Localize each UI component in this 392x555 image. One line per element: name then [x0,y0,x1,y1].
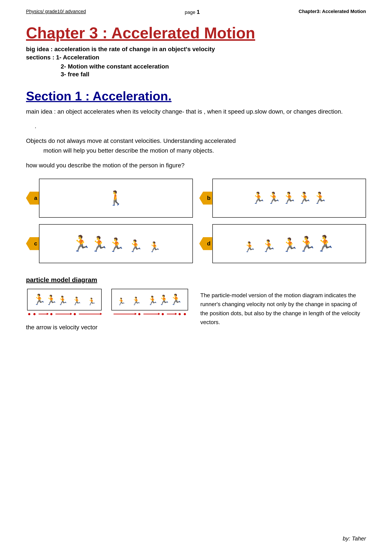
run-d2: 🏃 [261,239,276,253]
particle-row: 🏃 🏃 🏃 🏃 🏃 [26,289,366,331]
arrowhead2-medium [158,313,160,315]
section-1-inline: 1- Acceleration [56,54,99,61]
run-b5: 🏃 [313,191,327,205]
arrow2-long [114,314,135,314]
run-d5: 🏃 [315,234,335,253]
arrow2-short [167,314,175,314]
section1-title: Section 1 : Acceleration. [26,89,366,103]
header-page: page 1 [185,9,200,15]
pr1-1: 🏃 [33,293,46,306]
badge-d: d [199,237,212,250]
body-text-1-line1: Objects do not always move at constant v… [26,138,236,144]
figure-d: d 🏃 🏃 🏃 🏃 🏃 [199,224,366,263]
particle-box-1: 🏃 🏃 🏃 🏃 🏃 [27,289,102,310]
velocity-text: the arrow is velocity vector [26,324,192,331]
figure-a: a 🚶 [26,179,193,218]
run-b1: 🏃 [251,191,265,205]
particle-desc-text: The particle-model version of the motion… [200,292,360,326]
pr2-5: 🏃 [169,293,182,306]
particle-box-row: 🏃 🏃 🏃 🏃 🏃 [26,289,192,315]
runners-d: 🏃 🏃 🏃 🏃 🏃 [243,234,335,253]
particle-runners-1: 🏃 🏃 🏃 🏃 🏃 [33,293,96,306]
run-d1: 🏃 [243,241,256,253]
figure-box-a: 🚶 [39,179,193,218]
arrow-diagram-1 [26,313,103,315]
body-text-1: Objects do not always move at constant v… [26,136,366,156]
section-2: 2- Motion withe constant acceleration [61,63,366,70]
runners-c: 🏃 🏃 🏃 🏃 🏃 [71,234,160,253]
figure-box-b: 🏃 🏃 🏃 🏃 🏃 [212,179,366,218]
badge-b: b [199,192,212,205]
header-chapter-text: Chapter3: Accelerated Motion [299,9,366,14]
arrow1-long [79,314,101,314]
header-page-label: page [185,9,196,15]
dot1-3 [50,313,52,315]
runner-a: 🚶 [107,190,125,206]
figure-box-c: 🏃 🏃 🏃 🏃 🏃 [39,224,193,263]
arrowhead1-long [100,313,102,315]
pr2-4: 🏃 [158,294,170,306]
arrowhead1-short [47,313,49,315]
header-chapter: Chapter3: Accelerated Motion [299,9,366,14]
run-c2: 🏃 [90,235,108,253]
dot2-3 [179,313,181,315]
particle-runners-2: 🏃 🏃 🏃 🏃 🏃 [117,293,182,306]
header-page-num: 1 [197,9,200,15]
pr2-3: 🏃 [147,295,158,306]
figure-box-d: 🏃 🏃 🏃 🏃 🏃 [212,224,366,263]
chapter-title: Chapter 3 : Accelerated Motion [26,24,366,42]
figure-b: b 🏃 🏃 🏃 🏃 🏃 [199,179,366,218]
question-text: how would you describe the motion of the… [26,161,366,170]
section-3: 3- free fall [61,71,366,78]
body-text-1-line2: motion will help you better describe the… [43,147,214,154]
pr2-2: 🏃 [131,297,141,306]
pr1-2: 🏃 [45,294,57,306]
run-c4: 🏃 [128,239,143,253]
particle-col-1: 🏃 🏃 🏃 🏃 🏃 [26,289,103,315]
pr1-4: 🏃 [72,297,82,306]
run-b4: 🏃 [298,191,312,205]
pr2-1: 🏃 [117,298,126,306]
arrow1-short [39,314,47,314]
arrow2-medium [144,314,159,314]
dot2-4 [184,313,186,315]
run-b3: 🏃 [282,191,296,205]
pr1-3: 🏃 [57,295,68,306]
particle-title: particle model diagram [26,276,366,284]
page-header: Physics/ grade10/ advanced page 1 Chapte… [26,9,366,15]
big-idea: big idea : acceleration is the rate of c… [26,46,366,53]
badge-a: a [26,192,39,205]
arrowhead2-short [175,313,177,315]
pr1-5: 🏃 [87,298,96,306]
dot1-4 [74,313,76,315]
run-c1: 🏃 [71,234,91,253]
particle-diagrams: 🏃 🏃 🏃 🏃 🏃 [26,289,192,331]
dot-separator: . [35,123,366,130]
header-course: Physics/ grade10/ advanced [26,9,86,14]
dot2-1 [138,313,140,315]
sections-label: sections : [26,54,54,61]
run-c3: 🏃 [108,237,125,253]
badge-c: c [26,237,39,250]
run-d3: 🏃 [282,237,298,253]
footer-author: by: Taher [343,535,366,542]
arrow1-medium [56,314,71,314]
dot1-1 [28,313,30,315]
run-d4: 🏃 [298,235,316,253]
run-b2: 🏃 [267,191,281,205]
sections-list: 2- Motion withe constant acceleration 3-… [61,63,366,78]
sections-block: sections : 1- Acceleration [26,54,366,61]
particle-description: The particle-model version of the motion… [200,289,366,327]
main-idea: main idea : an object accelerates when i… [26,107,366,116]
page-footer: by: Taher [343,535,366,542]
dot2-2 [162,313,164,315]
dot1-2 [33,313,36,315]
particle-col-2: 🏃 🏃 🏃 🏃 🏃 [111,289,188,315]
arrow-diagram-2 [111,313,188,315]
arrowhead2-long [135,313,137,315]
runners-b: 🏃 🏃 🏃 🏃 🏃 [251,191,327,205]
particle-box-2: 🏃 🏃 🏃 🏃 🏃 [111,289,188,310]
particle-section: particle model diagram 🏃 🏃 🏃 🏃 🏃 [26,276,366,331]
figure-c: c 🏃 🏃 🏃 🏃 🏃 [26,224,193,263]
figure-grid: a 🚶 b 🏃 🏃 🏃 🏃 🏃 c 🏃 🏃 🏃 [26,179,366,263]
